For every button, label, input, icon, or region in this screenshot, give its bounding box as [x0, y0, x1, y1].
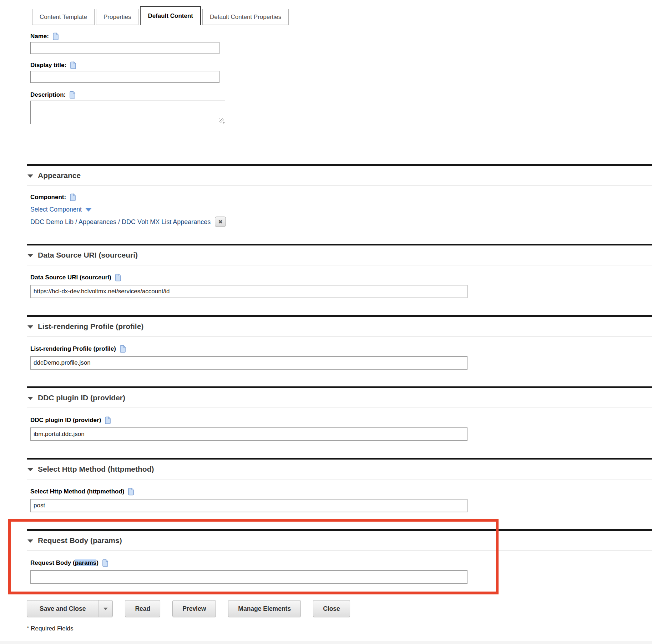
document-icon[interactable]: [127, 488, 135, 496]
save-and-close-button[interactable]: Save and Close: [27, 600, 98, 617]
chevron-down-icon: [27, 254, 33, 257]
section-separator: [27, 550, 652, 551]
section-separator: [27, 185, 652, 186]
close-button[interactable]: Close: [313, 600, 350, 617]
chevron-down-icon: [27, 468, 33, 471]
section-divider: [27, 244, 652, 245]
section-divider: [27, 458, 652, 460]
section-appearance: Appearance Component: Select Component D…: [27, 164, 652, 227]
section-separator: [27, 479, 652, 480]
section-separator: [27, 265, 652, 265]
ddc-plugin-id-label: DDC plugin ID (provider): [30, 416, 652, 425]
document-icon[interactable]: [119, 345, 126, 353]
read-button[interactable]: Read: [125, 600, 160, 617]
section-list-rendering-profile: List-rendering Profile (profile) List-re…: [27, 315, 652, 370]
list-rendering-profile-input[interactable]: [30, 356, 467, 370]
section-header-http-method[interactable]: Select Http Method (httpmethod): [27, 465, 154, 474]
display-title-label: Display title:: [30, 61, 652, 70]
description-label: Description:: [30, 91, 652, 99]
selected-component-breadcrumb-link[interactable]: DDC Demo Lib / Appearances / DDC Volt MX…: [30, 218, 211, 226]
request-body-label: Request Body (params): [30, 559, 652, 567]
display-title-input[interactable]: [30, 71, 219, 83]
document-icon[interactable]: [69, 91, 76, 99]
remove-component-button[interactable]: ✖: [215, 217, 226, 227]
section-data-source-uri: Data Source URI (sourceuri) Data Source …: [27, 244, 652, 298]
tab-default-content[interactable]: Default Content: [140, 6, 201, 25]
section-header-request-body[interactable]: Request Body (params): [27, 536, 122, 545]
http-method-label: Select Http Method (httpmethod): [30, 487, 652, 496]
section-header-ddc-plugin-id[interactable]: DDC plugin ID (provider): [27, 393, 125, 402]
action-button-row: Save and Close Read Preview Manage Eleme…: [27, 600, 652, 617]
select-component-link[interactable]: Select Component: [30, 205, 82, 214]
section-separator: [27, 336, 652, 337]
chevron-down-icon: [27, 325, 33, 329]
section-header-list-rendering-profile[interactable]: List-rendering Profile (profile): [27, 322, 143, 331]
section-divider: [27, 164, 652, 166]
data-source-uri-input[interactable]: [30, 285, 467, 298]
manage-elements-button[interactable]: Manage Elements: [228, 600, 301, 617]
preview-button[interactable]: Preview: [172, 600, 216, 617]
section-divider: [27, 386, 652, 388]
name-input[interactable]: [30, 42, 219, 54]
dropdown-triangle-icon[interactable]: [85, 208, 92, 212]
request-body-input[interactable]: [30, 570, 467, 584]
document-icon[interactable]: [104, 416, 111, 424]
save-options-dropdown-button[interactable]: [98, 600, 112, 617]
document-icon[interactable]: [102, 559, 109, 567]
tab-default-content-properties[interactable]: Default Content Properties: [202, 9, 289, 25]
component-label: Component:: [30, 193, 652, 202]
bottom-edge-strip: [0, 641, 652, 644]
document-icon[interactable]: [52, 32, 59, 40]
section-header-data-source-uri[interactable]: Data Source URI (sourceuri): [27, 250, 138, 260]
document-icon[interactable]: [115, 274, 122, 282]
list-rendering-profile-label: List-rendering Profile (profile): [30, 345, 652, 353]
tab-content-template[interactable]: Content Template: [32, 9, 95, 25]
section-divider: [27, 529, 652, 531]
tab-bar: Content Template Properties Default Cont…: [32, 6, 652, 25]
content-form-page: Content Template Properties Default Cont…: [0, 0, 652, 632]
chevron-down-icon: [27, 397, 33, 400]
document-icon[interactable]: [69, 193, 76, 201]
chevron-down-icon: [27, 539, 33, 543]
chevron-down-icon: [27, 174, 33, 178]
section-http-method: Select Http Method (httpmethod) Select H…: [27, 458, 652, 512]
document-icon[interactable]: [70, 61, 77, 69]
section-request-body: Request Body (params) Request Body (para…: [27, 529, 652, 584]
selected-text: params: [75, 559, 96, 566]
chevron-down-icon: [103, 608, 108, 610]
name-label: Name:: [30, 32, 652, 41]
http-method-input[interactable]: [30, 499, 467, 512]
required-fields-note: * Required Fields: [27, 625, 652, 632]
data-source-uri-label: Data Source URI (sourceuri): [30, 273, 652, 282]
section-divider: [27, 315, 652, 317]
section-separator: [27, 407, 652, 408]
ddc-plugin-id-input[interactable]: [30, 427, 467, 441]
section-ddc-plugin-id: DDC plugin ID (provider) DDC plugin ID (…: [27, 386, 652, 441]
section-header-appearance[interactable]: Appearance: [27, 171, 81, 180]
save-and-close-split-button: Save and Close: [27, 600, 113, 617]
description-textarea[interactable]: [30, 101, 225, 124]
tab-properties[interactable]: Properties: [96, 9, 138, 25]
